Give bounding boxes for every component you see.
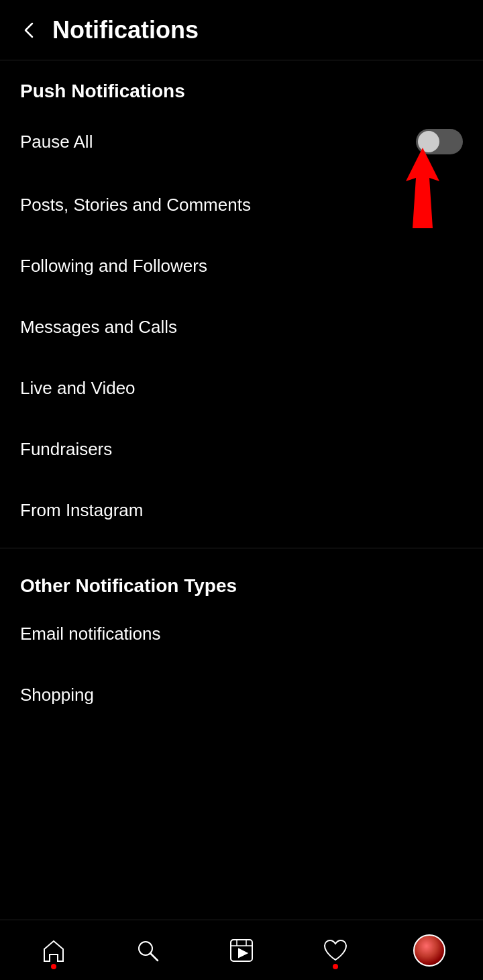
bottom-nav xyxy=(0,920,483,980)
push-notifications-section-header: Push Notifications xyxy=(0,60,483,109)
nav-home[interactable] xyxy=(30,930,77,971)
fundraisers-item[interactable]: Fundraisers xyxy=(0,419,483,480)
pause-all-toggle[interactable] xyxy=(416,129,463,154)
page-title: Notifications xyxy=(52,16,199,44)
svg-line-2 xyxy=(150,953,158,961)
svg-marker-7 xyxy=(239,949,247,957)
back-button[interactable] xyxy=(13,14,46,46)
other-notifications-section-header: Other Notification Types xyxy=(0,555,483,603)
live-video-item[interactable]: Live and Video xyxy=(0,358,483,419)
home-icon xyxy=(40,937,67,964)
email-notifications-item[interactable]: Email notifications xyxy=(0,603,483,665)
email-notifications-label: Email notifications xyxy=(20,624,161,644)
search-icon xyxy=(134,937,161,964)
nav-reels[interactable] xyxy=(218,930,265,971)
section-divider xyxy=(0,548,483,548)
shopping-label: Shopping xyxy=(20,685,94,705)
main-content: Push Notifications Pause All Posts, Stor… xyxy=(0,60,483,726)
shopping-item[interactable]: Shopping xyxy=(0,665,483,726)
activity-dot xyxy=(333,964,338,969)
reels-icon xyxy=(228,937,255,964)
following-followers-label: Following and Followers xyxy=(20,256,207,277)
push-notifications-title: Push Notifications xyxy=(20,81,185,101)
header: Notifications xyxy=(0,0,483,60)
messages-calls-label: Messages and Calls xyxy=(20,317,177,338)
other-notifications-title: Other Notification Types xyxy=(20,575,237,596)
from-instagram-item[interactable]: From Instagram xyxy=(0,480,483,541)
pause-all-label: Pause All xyxy=(20,132,93,152)
fundraisers-label: Fundraisers xyxy=(20,439,112,460)
profile-avatar xyxy=(413,934,445,967)
nav-activity[interactable] xyxy=(312,930,359,971)
posts-stories-comments-item[interactable]: Posts, Stories and Comments xyxy=(0,175,483,236)
heart-icon xyxy=(322,937,349,964)
nav-search[interactable] xyxy=(124,930,171,971)
nav-profile[interactable] xyxy=(406,930,453,971)
following-followers-item[interactable]: Following and Followers xyxy=(0,236,483,297)
pause-all-item[interactable]: Pause All xyxy=(0,109,483,175)
posts-stories-comments-label: Posts, Stories and Comments xyxy=(20,195,251,215)
live-video-label: Live and Video xyxy=(20,378,136,399)
messages-calls-item[interactable]: Messages and Calls xyxy=(0,297,483,358)
home-dot xyxy=(51,964,56,969)
toggle-thumb xyxy=(418,131,439,152)
from-instagram-label: From Instagram xyxy=(20,500,144,521)
toggle-track xyxy=(416,129,463,154)
